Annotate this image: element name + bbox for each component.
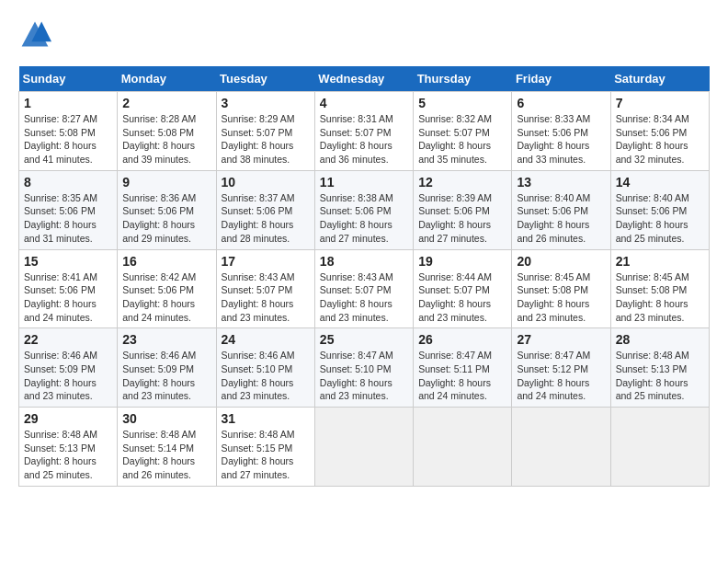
calendar-cell: 26Sunrise: 8:47 AMSunset: 5:11 PMDayligh… xyxy=(414,328,512,408)
day-info: Sunrise: 8:31 AMSunset: 5:07 PMDaylight:… xyxy=(320,112,408,167)
day-info: Sunrise: 8:41 AMSunset: 5:06 PMDaylight:… xyxy=(24,270,112,325)
page-header xyxy=(18,18,710,52)
calendar-week-row: 15Sunrise: 8:41 AMSunset: 5:06 PMDayligh… xyxy=(19,249,710,328)
day-info: Sunrise: 8:33 AMSunset: 5:06 PMDaylight:… xyxy=(517,112,605,167)
calendar-day-header: Wednesday xyxy=(314,66,413,92)
day-info: Sunrise: 8:36 AMSunset: 5:06 PMDaylight:… xyxy=(122,191,210,246)
day-number: 3 xyxy=(222,96,310,110)
calendar-cell: 23Sunrise: 8:46 AMSunset: 5:09 PMDayligh… xyxy=(118,328,216,408)
day-number: 18 xyxy=(320,254,408,269)
day-number: 21 xyxy=(616,254,704,269)
calendar-cell: 5Sunrise: 8:32 AMSunset: 5:07 PMDaylight… xyxy=(414,92,512,171)
day-info: Sunrise: 8:40 AMSunset: 5:06 PMDaylight:… xyxy=(616,191,704,246)
day-number: 14 xyxy=(616,175,704,190)
day-number: 19 xyxy=(418,254,506,269)
day-info: Sunrise: 8:39 AMSunset: 5:06 PMDaylight:… xyxy=(418,191,506,246)
day-info: Sunrise: 8:43 AMSunset: 5:07 PMDaylight:… xyxy=(222,270,310,325)
calendar-cell: 25Sunrise: 8:47 AMSunset: 5:10 PMDayligh… xyxy=(314,328,413,408)
day-number: 15 xyxy=(24,254,112,269)
day-info: Sunrise: 8:47 AMSunset: 5:11 PMDaylight:… xyxy=(418,349,506,403)
day-number: 26 xyxy=(418,332,506,347)
day-info: Sunrise: 8:40 AMSunset: 5:06 PMDaylight:… xyxy=(517,191,605,246)
day-info: Sunrise: 8:29 AMSunset: 5:07 PMDaylight:… xyxy=(222,112,310,167)
calendar-day-header: Saturday xyxy=(610,66,709,92)
day-info: Sunrise: 8:43 AMSunset: 5:07 PMDaylight:… xyxy=(320,270,408,325)
calendar-cell: 28Sunrise: 8:48 AMSunset: 5:13 PMDayligh… xyxy=(610,328,709,408)
calendar-cell: 1Sunrise: 8:27 AMSunset: 5:08 PMDaylight… xyxy=(19,92,118,171)
calendar-cell: 12Sunrise: 8:39 AMSunset: 5:06 PMDayligh… xyxy=(414,170,512,249)
calendar-cell xyxy=(610,408,709,487)
day-number: 31 xyxy=(222,411,310,426)
day-info: Sunrise: 8:35 AMSunset: 5:06 PMDaylight:… xyxy=(24,191,112,246)
calendar-table: SundayMondayTuesdayWednesdayThursdayFrid… xyxy=(18,66,710,487)
day-number: 5 xyxy=(418,96,506,110)
calendar-cell: 20Sunrise: 8:45 AMSunset: 5:08 PMDayligh… xyxy=(512,249,610,328)
day-number: 17 xyxy=(222,254,310,269)
day-info: Sunrise: 8:27 AMSunset: 5:08 PMDaylight:… xyxy=(24,112,112,167)
day-number: 9 xyxy=(122,175,210,190)
calendar-week-row: 22Sunrise: 8:46 AMSunset: 5:09 PMDayligh… xyxy=(19,328,710,408)
calendar-cell: 18Sunrise: 8:43 AMSunset: 5:07 PMDayligh… xyxy=(314,249,413,328)
day-number: 28 xyxy=(616,332,704,347)
calendar-cell: 22Sunrise: 8:46 AMSunset: 5:09 PMDayligh… xyxy=(19,328,118,408)
calendar-cell: 8Sunrise: 8:35 AMSunset: 5:06 PMDaylight… xyxy=(19,170,118,249)
calendar-cell: 6Sunrise: 8:33 AMSunset: 5:06 PMDaylight… xyxy=(512,92,610,171)
day-info: Sunrise: 8:46 AMSunset: 5:09 PMDaylight:… xyxy=(122,349,210,403)
logo-icon xyxy=(18,18,51,52)
calendar-cell: 15Sunrise: 8:41 AMSunset: 5:06 PMDayligh… xyxy=(19,249,118,328)
day-info: Sunrise: 8:37 AMSunset: 5:06 PMDaylight:… xyxy=(222,191,310,246)
day-number: 6 xyxy=(517,96,605,110)
day-info: Sunrise: 8:46 AMSunset: 5:10 PMDaylight:… xyxy=(222,349,310,403)
calendar-cell: 10Sunrise: 8:37 AMSunset: 5:06 PMDayligh… xyxy=(216,170,314,249)
day-info: Sunrise: 8:48 AMSunset: 5:13 PMDaylight:… xyxy=(616,349,704,403)
calendar-cell: 27Sunrise: 8:47 AMSunset: 5:12 PMDayligh… xyxy=(512,328,610,408)
day-number: 11 xyxy=(320,175,408,190)
day-number: 13 xyxy=(517,175,605,190)
day-number: 12 xyxy=(418,175,506,190)
calendar-cell: 21Sunrise: 8:45 AMSunset: 5:08 PMDayligh… xyxy=(610,249,709,328)
day-info: Sunrise: 8:48 AMSunset: 5:14 PMDaylight:… xyxy=(122,428,210,482)
day-info: Sunrise: 8:45 AMSunset: 5:08 PMDaylight:… xyxy=(616,270,704,325)
calendar-cell: 17Sunrise: 8:43 AMSunset: 5:07 PMDayligh… xyxy=(216,249,314,328)
day-info: Sunrise: 8:45 AMSunset: 5:08 PMDaylight:… xyxy=(517,270,605,325)
calendar-cell: 4Sunrise: 8:31 AMSunset: 5:07 PMDaylight… xyxy=(314,92,413,171)
calendar-cell: 30Sunrise: 8:48 AMSunset: 5:14 PMDayligh… xyxy=(118,408,216,487)
calendar-cell: 3Sunrise: 8:29 AMSunset: 5:07 PMDaylight… xyxy=(216,92,314,171)
calendar-cell: 31Sunrise: 8:48 AMSunset: 5:15 PMDayligh… xyxy=(216,408,314,487)
day-info: Sunrise: 8:34 AMSunset: 5:06 PMDaylight:… xyxy=(616,112,704,167)
calendar-day-header: Tuesday xyxy=(216,66,314,92)
day-number: 22 xyxy=(24,332,112,347)
day-info: Sunrise: 8:47 AMSunset: 5:12 PMDaylight:… xyxy=(517,349,605,403)
day-number: 1 xyxy=(24,96,112,110)
day-info: Sunrise: 8:42 AMSunset: 5:06 PMDaylight:… xyxy=(122,270,210,325)
calendar-cell: 2Sunrise: 8:28 AMSunset: 5:08 PMDaylight… xyxy=(118,92,216,171)
calendar-cell: 9Sunrise: 8:36 AMSunset: 5:06 PMDaylight… xyxy=(118,170,216,249)
day-number: 7 xyxy=(616,96,704,110)
calendar-week-row: 1Sunrise: 8:27 AMSunset: 5:08 PMDaylight… xyxy=(19,92,710,171)
day-info: Sunrise: 8:44 AMSunset: 5:07 PMDaylight:… xyxy=(418,270,506,325)
calendar-day-header: Friday xyxy=(512,66,610,92)
day-info: Sunrise: 8:47 AMSunset: 5:10 PMDaylight:… xyxy=(320,349,408,403)
calendar-cell xyxy=(314,408,413,487)
calendar-header-row: SundayMondayTuesdayWednesdayThursdayFrid… xyxy=(19,66,710,92)
day-info: Sunrise: 8:28 AMSunset: 5:08 PMDaylight:… xyxy=(122,112,210,167)
day-number: 10 xyxy=(222,175,310,190)
day-number: 30 xyxy=(122,411,210,426)
calendar-day-header: Thursday xyxy=(414,66,512,92)
calendar-day-header: Monday xyxy=(118,66,216,92)
calendar-week-row: 8Sunrise: 8:35 AMSunset: 5:06 PMDaylight… xyxy=(19,170,710,249)
day-info: Sunrise: 8:38 AMSunset: 5:06 PMDaylight:… xyxy=(320,191,408,246)
calendar-day-header: Sunday xyxy=(19,66,118,92)
calendar-cell: 11Sunrise: 8:38 AMSunset: 5:06 PMDayligh… xyxy=(314,170,413,249)
day-info: Sunrise: 8:48 AMSunset: 5:13 PMDaylight:… xyxy=(24,428,112,482)
day-number: 24 xyxy=(222,332,310,347)
day-number: 27 xyxy=(517,332,605,347)
logo xyxy=(18,18,55,52)
calendar-cell xyxy=(414,408,512,487)
day-info: Sunrise: 8:46 AMSunset: 5:09 PMDaylight:… xyxy=(24,349,112,403)
calendar-cell: 19Sunrise: 8:44 AMSunset: 5:07 PMDayligh… xyxy=(414,249,512,328)
day-number: 20 xyxy=(517,254,605,269)
day-number: 4 xyxy=(320,96,408,110)
day-number: 2 xyxy=(122,96,210,110)
calendar-cell: 24Sunrise: 8:46 AMSunset: 5:10 PMDayligh… xyxy=(216,328,314,408)
